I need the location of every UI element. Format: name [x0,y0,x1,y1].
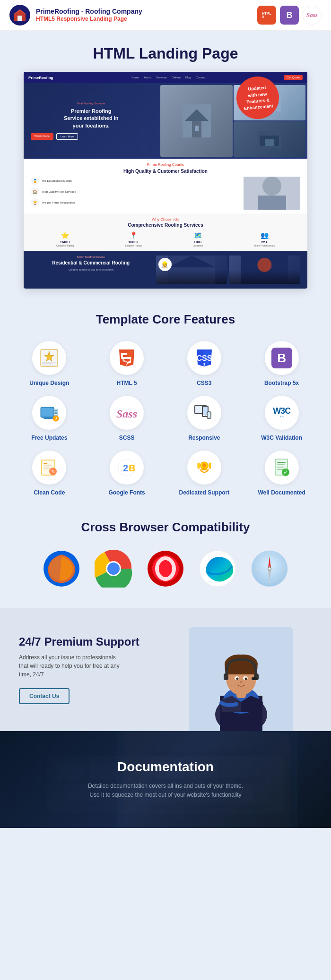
mock-hero-btns: Watch Quote Learn More [31,133,151,140]
mock-stat-text-2: High Quality Roof Services [42,190,76,193]
mock-stat-icon-2: 🏠 [31,187,39,196]
svg-rect-108 [252,677,257,680]
mock-hero-btn2: Learn More [56,133,78,140]
feature-google-fonts: 2 B Google Fonts [92,451,162,496]
svg-text:CSS: CSS [196,354,212,362]
header: PrimeRoofing - Roofing Company HTML5 Res… [0,0,331,31]
mock-nav-cta: Get Quote [284,75,303,80]
feature-label-clean-code: Clean Code [34,489,65,496]
mock-dark-tag: Smith Roofing Service [31,256,151,258]
svg-text:B: B [129,463,135,473]
mock-num-val-4: 25+ [254,240,275,244]
feature-label-w3c: W3C Validation [261,435,302,441]
header-left: PrimeRoofing - Roofing Company HTML5 Res… [9,5,142,26]
mock-numbers: ⭐ 1600+ Customer Rating 📍 1000+ Location… [31,231,300,247]
mock-dark-title: Residential & Commercial Roofing [31,260,151,265]
feature-bootstrap: B Bootstrap 5x [246,341,317,386]
css3-icon-circle: CSS 3 [187,341,221,375]
mock-hero-btn1: Watch Quote [31,133,53,140]
mock-stat-2: 🏠 High Quality Roof Services [31,187,241,196]
mock-nav-link: Home [131,76,139,79]
mock-num-val-1: 1600+ [56,240,74,244]
svg-rect-21 [42,362,56,363]
well-documented-icon-circle: ✓ [265,451,299,485]
feature-well-documented: ✓ Well Documented [246,451,317,496]
bootstrap-letter: B [277,351,286,366]
svg-point-93 [269,567,271,570]
docs-title: Documentation [19,759,312,775]
svg-rect-65 [209,463,211,469]
mock-stats-right-img [244,177,300,210]
bootstrap-badge: B [280,6,299,25]
browsers-row [14,550,317,589]
svg-rect-6 [195,126,199,131]
mock-dark-img-1: 👷 [156,256,227,284]
svg-rect-71 [277,467,284,468]
svg-rect-38 [54,412,57,414]
svg-point-103 [236,677,239,680]
feature-label-google-fonts: Google Fonts [108,489,145,496]
mock-hero-tag: Best Roofing Services [31,102,151,105]
feature-label-dedicated-support: Dedicated Support [179,489,230,496]
svg-text:✓: ✓ [283,469,288,476]
svg-point-105 [240,681,243,683]
svg-point-13 [262,177,281,196]
mock-nav-logo: PrimeRoofing [28,76,53,80]
mock-stats-row: 🏅 We Established in 2015 🏠 High Quality … [31,177,300,210]
svg-text:2: 2 [123,463,128,473]
w3c-content: W3C ⁺⁺ [273,407,290,419]
svg-rect-53 [44,465,52,466]
mock-num-2: 📍 1000+ Location Range [125,231,142,247]
mock-dark-sub: Creative content to use in your location [31,268,151,271]
contact-us-button[interactable]: Contact Us [19,688,70,704]
feature-label-free-updates: Free Updates [31,435,67,441]
mock-nav-link: Contact [196,76,206,79]
browser-safari [251,550,288,589]
svg-rect-64 [198,463,200,469]
feature-unique-design: Unique Design [14,341,85,386]
support-description: Address all your issue to professionals … [19,653,123,679]
support-left: 24/7 Premium Support Address all your is… [19,627,170,731]
feature-responsive: Responsive [169,396,240,441]
svg-rect-106 [224,673,228,680]
responsive-icon-circle [187,396,221,430]
mock-stats-left: 🏅 We Established in 2015 🏠 High Quality … [31,177,241,207]
preview-container: Updatedwith newFeatures &Enhancement Pri… [24,72,307,289]
feature-free-updates: ↺ Free Updates [14,396,85,441]
mock-stat-3: 🏆 We get Prime Recognition [31,198,241,207]
mock-num-icon-4: 👥 [254,231,275,239]
mock-num-3: 🗺️ 100+ Locations [193,231,203,247]
mock-num-label-2: Location Range [125,244,142,247]
mock-stats-tag: Prime Roofing Counts [31,162,300,167]
header-title-main: PrimeRoofing - Roofing Company [36,7,142,16]
svg-rect-49 [208,412,210,417]
dedicated-support-icon-circle [187,451,221,485]
mock-hero-img-br [234,121,305,157]
mock-stats: Prime Roofing Counts High Quality & Cust… [24,159,307,213]
browser-opera [147,550,184,589]
feature-label-html5: HTML 5 [117,380,137,386]
mock-num-icon-3: 🗺️ [193,231,203,239]
mock-dark-left: Smith Roofing Service Residential & Comm… [31,256,151,284]
header-title: PrimeRoofing - Roofing Company HTML5 Res… [36,7,142,23]
support-title: 24/7 Premium Support [19,635,161,648]
svg-rect-67 [203,466,205,469]
mock-nav-link: Services [156,76,167,79]
browser-title: Cross Browser Compatibility [14,520,317,536]
mock-comprehensive: Why Chosen Us Comprehensive Roofing Serv… [24,213,307,251]
mock-stats-subtitle: High Quality & Customer Satisfaction [31,169,300,174]
feature-dedicated-support: Dedicated Support [169,451,240,496]
mock-stat-1: 🏅 We Established in 2015 [31,177,241,185]
feature-label-responsive: Responsive [188,435,220,441]
logo-icon [9,5,30,26]
feature-label-css3: CSS3 [197,380,211,386]
mock-hero-right [158,83,307,159]
features-grid: Unique Design 5 HTML 5 [14,341,317,496]
unique-design-icon-circle [32,341,66,375]
mock-num-val-2: 1000+ [125,240,142,244]
svg-rect-11 [265,139,274,146]
mock-num-icon-1: ⭐ [56,231,74,239]
docs-section: Documentation Detailed documentation cov… [0,731,331,828]
html5-icon-circle: 5 [110,341,144,375]
support-person-image [189,627,293,731]
